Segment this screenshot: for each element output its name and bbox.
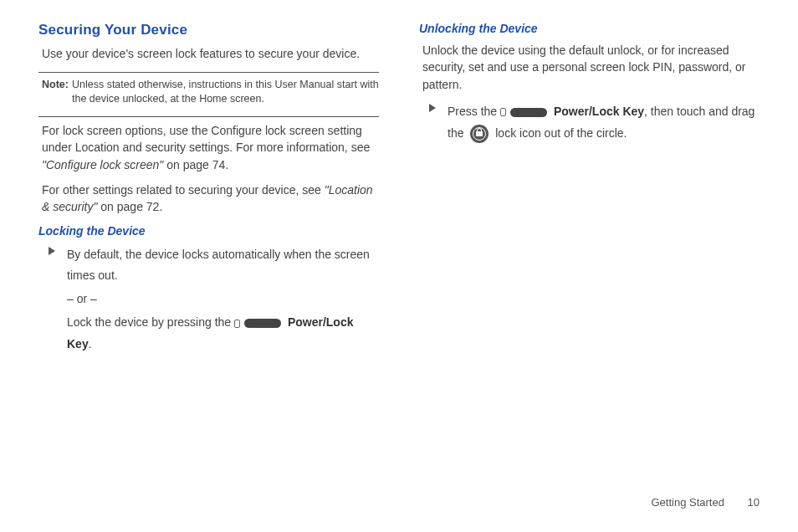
- subheading-unlocking-the-device: Unlocking the Device: [419, 22, 760, 35]
- text: on page 72.: [97, 200, 162, 213]
- lock-screen-options-paragraph: For lock screen options, use the Configu…: [42, 122, 376, 173]
- note-label: Note:: [42, 78, 69, 106]
- caret-right-icon: [429, 104, 436, 112]
- text: on page 74.: [163, 158, 228, 171]
- power-lock-key-label: Power/Lock Key: [554, 105, 644, 118]
- note-block: Note: Unless stated otherwise, instructi…: [38, 78, 379, 106]
- heading-securing-your-device: Securing Your Device: [38, 22, 379, 38]
- step-block: Press the Power/Lock Key, then touch and…: [419, 101, 760, 145]
- step-default-lock: By default, the device locks automatical…: [67, 244, 379, 288]
- text: For other settings related to securing y…: [42, 183, 325, 197]
- note-text: Unless stated otherwise, instructions in…: [72, 78, 379, 106]
- note-separator-top: [38, 72, 379, 73]
- subheading-locking-the-device: Locking the Device: [38, 224, 379, 238]
- power-key-icon: [510, 108, 547, 117]
- step-block: By default, the device locks automatical…: [38, 244, 379, 356]
- location-security-paragraph: For other settings related to securing y…: [42, 182, 376, 216]
- unlock-intro-paragraph: Unlock the device using the default unlo…: [422, 42, 756, 93]
- text: For lock screen options, use the Configu…: [42, 124, 370, 154]
- text: .: [89, 337, 92, 350]
- lock-icon: [470, 125, 489, 143]
- note-separator-bottom: [38, 116, 379, 117]
- power-key-icon: [244, 319, 281, 328]
- key-icon: [234, 320, 240, 328]
- key-icon: [500, 108, 506, 116]
- text: Lock the device by pressing the: [67, 315, 234, 329]
- page-footer: Getting Started 10: [651, 496, 760, 509]
- footer-page-number: 10: [748, 496, 760, 509]
- text: lock icon out of the circle.: [492, 126, 627, 140]
- intro-paragraph: Use your device's screen lock features t…: [42, 45, 376, 62]
- or-divider: – or –: [67, 289, 379, 310]
- footer-section-name: Getting Started: [651, 496, 724, 509]
- left-column: Securing Your Device Use your device's s…: [38, 22, 379, 356]
- right-column: Unlocking the Device Unlock the device u…: [419, 22, 760, 356]
- text: Press the: [448, 105, 500, 118]
- step-press-power-key: Lock the device by pressing the Power/Lo…: [67, 312, 379, 356]
- step-unlock: Press the Power/Lock Key, then touch and…: [448, 101, 760, 145]
- reference-configure-lock-screen: "Configure lock screen": [42, 158, 163, 171]
- caret-right-icon: [49, 247, 55, 255]
